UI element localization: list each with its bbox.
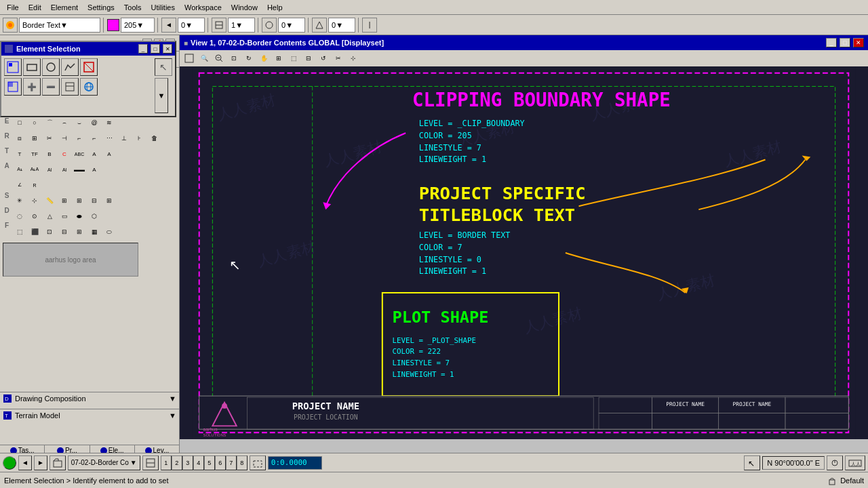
table-tool[interactable]: ⊞ xyxy=(102,193,117,208)
view-minimize-btn[interactable]: _ xyxy=(826,38,837,47)
ref3-tool[interactable]: ⊞ xyxy=(72,224,87,239)
view-num-3[interactable]: 3 xyxy=(182,455,193,470)
menu-file[interactable]: File xyxy=(3,2,23,13)
bt-fence-icon[interactable] xyxy=(250,455,266,470)
coordinate-input[interactable] xyxy=(268,456,322,470)
es-minus-btn[interactable]: ➖ xyxy=(42,78,60,96)
ref4-tool[interactable]: ▦ xyxy=(87,224,102,239)
break-tool[interactable]: ⊥ xyxy=(117,131,132,146)
es-settings-btn[interactable] xyxy=(61,78,79,96)
es-globe-btn[interactable] xyxy=(80,78,98,96)
es-expand-dropdown[interactable]: ▼ xyxy=(155,78,168,113)
label-tool[interactable]: A xyxy=(87,146,102,161)
menu-help[interactable]: Help xyxy=(263,2,287,13)
triangle-icon[interactable] xyxy=(312,18,327,33)
vt-render[interactable]: ⊟ xyxy=(302,52,315,65)
element-type-dropdown[interactable]: Border Text ▼ xyxy=(19,18,100,33)
view-num-5[interactable]: 5 xyxy=(204,455,215,470)
dim-special[interactable]: A xyxy=(87,162,102,177)
view-num-1[interactable]: 1 xyxy=(161,455,172,470)
spiral-tool[interactable]: @ xyxy=(87,115,102,130)
vt-rotate[interactable]: ↻ xyxy=(242,52,256,65)
measure-tool[interactable]: 📏 xyxy=(42,193,57,208)
dim-smart[interactable]: A₁ xyxy=(12,162,27,177)
dim-aligned[interactable]: Al xyxy=(42,162,57,177)
pattern-tool[interactable]: ⊞ xyxy=(27,131,42,146)
view-num-6[interactable]: 6 xyxy=(215,455,226,470)
vt-fit[interactable]: ⊡ xyxy=(227,52,241,65)
drawing-composition-section[interactable]: D Drawing Composition ▼ xyxy=(0,392,179,405)
delete2-tool[interactable]: 🗑 xyxy=(146,131,161,146)
spline-tool[interactable]: ⌣ xyxy=(72,115,87,130)
vt-btn1[interactable] xyxy=(182,52,196,65)
offset-tool[interactable]: ⋯ xyxy=(102,131,117,146)
view-num-2[interactable]: 2 xyxy=(172,455,182,470)
es-circle-btn[interactable] xyxy=(42,58,60,76)
drawing-composition-expand[interactable]: ▼ xyxy=(169,394,176,403)
trim-tool[interactable]: ✂ xyxy=(42,131,57,146)
detail-tool[interactable]: ⬭ xyxy=(102,224,117,239)
canvas-area[interactable]: 人人素材 人人素材 人人素材 人人素材 人人素材 人人素材 人人素材 人人素材 … xyxy=(180,66,868,439)
vt-window[interactable]: ⊞ xyxy=(272,52,285,65)
es-all-btn[interactable] xyxy=(4,78,22,96)
menu-tools[interactable]: Tools xyxy=(120,2,146,13)
anno-tool[interactable]: ABC xyxy=(72,146,87,161)
cell2-tool[interactable]: ⬛ xyxy=(27,224,42,239)
leader-tool[interactable]: A xyxy=(102,146,117,161)
textnode-tool[interactable]: B xyxy=(42,146,57,161)
bt-nav-back[interactable]: ◄ xyxy=(18,455,32,470)
vt-zoom-in[interactable]: 🔍 xyxy=(197,52,211,65)
view-num-4[interactable]: 4 xyxy=(193,455,204,470)
view-num-7[interactable]: 7 xyxy=(226,455,237,470)
toolbar-icon1[interactable] xyxy=(3,18,18,33)
rect-tool[interactable]: □ xyxy=(12,115,27,130)
align-tool[interactable]: ⊟ xyxy=(87,193,102,208)
vt-display[interactable]: ⬚ xyxy=(287,52,300,65)
view-num-8[interactable]: 8 xyxy=(237,455,248,470)
num4-dropdown[interactable]: 0 ▼ xyxy=(328,18,355,33)
color-number-dropdown[interactable]: 205 ▼ xyxy=(121,18,155,33)
textformat-tool[interactable]: TF xyxy=(27,146,42,161)
vt-update[interactable]: ↺ xyxy=(317,52,330,65)
arc-tool[interactable]: ⌒ xyxy=(42,115,57,130)
bt-nav-fwd[interactable]: ► xyxy=(34,455,47,470)
bt-green-circle[interactable] xyxy=(3,456,16,470)
hatch-tool[interactable]: ⧈ xyxy=(12,131,27,146)
elem-sel-restore[interactable]: □ xyxy=(151,44,160,54)
extend-tool[interactable]: ⊣ xyxy=(57,131,72,146)
menu-window[interactable]: Window xyxy=(227,2,262,13)
ref2-tool[interactable]: ⊟ xyxy=(57,224,72,239)
dim-angle[interactable]: ∠ xyxy=(12,178,27,192)
nurbs-tool[interactable]: ⌢ xyxy=(57,115,72,130)
ref-tool[interactable]: ⊞ xyxy=(72,193,87,208)
dim-chain[interactable]: ◌ xyxy=(12,209,27,224)
num1-dropdown[interactable]: 0 ▼ xyxy=(178,18,205,33)
terrain-model-expand[interactable]: ▼ xyxy=(169,411,176,420)
chamfer-tool[interactable]: ⌐ xyxy=(87,131,102,146)
dim-linear[interactable]: A₁A xyxy=(27,162,42,177)
bt-extra2-icon[interactable]: 人人 xyxy=(845,455,865,470)
waveline-tool[interactable]: ≋ xyxy=(102,115,117,130)
view-restore-btn[interactable]: □ xyxy=(840,38,850,47)
dim-angular[interactable]: △ xyxy=(42,209,57,224)
num3-dropdown[interactable]: 0 ▼ xyxy=(278,18,305,33)
join-tool[interactable]: ⊦ xyxy=(132,131,146,146)
ellipse-tool[interactable]: ○ xyxy=(27,115,42,130)
color-swatch[interactable] xyxy=(107,19,119,31)
dim-text[interactable]: Al xyxy=(57,162,72,177)
menu-element[interactable]: Element xyxy=(47,2,82,13)
vt-zoom-out[interactable] xyxy=(212,52,226,65)
es-rect-btn[interactable] xyxy=(23,58,41,76)
es-special-btn[interactable] xyxy=(80,58,98,76)
cell-tool[interactable]: ⬚ xyxy=(12,224,27,239)
terrain-model-section[interactable]: T Terrain Model ▼ xyxy=(0,409,179,422)
grid-tool[interactable]: ⊞ xyxy=(57,193,72,208)
menu-utilities[interactable]: Utilities xyxy=(147,2,179,13)
vt-snap[interactable]: ⊹ xyxy=(347,52,360,65)
dim-3d[interactable]: ⬡ xyxy=(87,209,102,224)
es-add-btn[interactable]: ➕ xyxy=(23,78,41,96)
num2-dropdown[interactable]: 1 ▼ xyxy=(228,18,255,33)
snap2-tool[interactable]: ⊹ xyxy=(27,193,42,208)
snap-tool[interactable]: ✳ xyxy=(12,193,27,208)
es-polyline-btn[interactable] xyxy=(61,58,79,76)
